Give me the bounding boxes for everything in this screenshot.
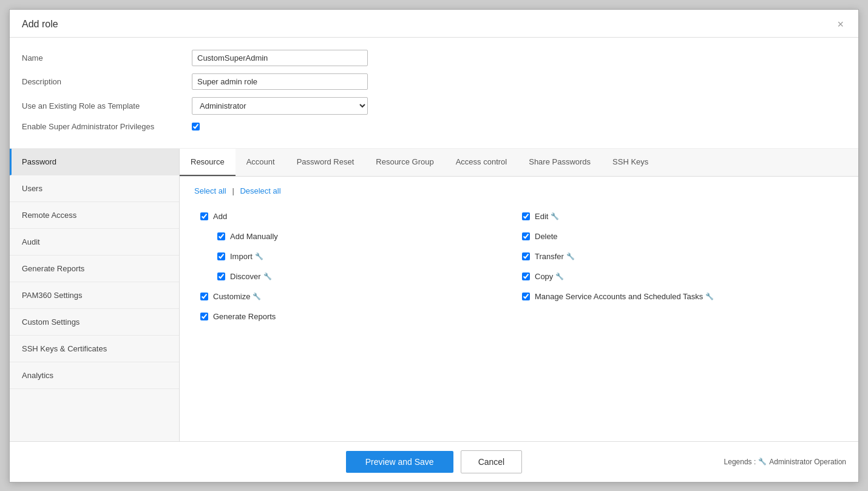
- checkbox-copy[interactable]: [522, 273, 530, 280]
- wrench-icon-transfer: 🔧: [566, 252, 575, 260]
- permissions-area: Select all | Deselect all Add: [180, 177, 858, 441]
- wrench-icon-customize: 🔧: [253, 293, 261, 300]
- wrench-icon-legend: 🔧: [758, 458, 767, 466]
- wrench-icon-copy: 🔧: [555, 273, 564, 280]
- checkbox-transfer[interactable]: [522, 252, 530, 260]
- perm-transfer: Transfer 🔧: [522, 246, 844, 266]
- sidebar-item-audit[interactable]: Audit: [10, 229, 179, 256]
- checkbox-manage-service[interactable]: [522, 293, 530, 300]
- sidebar-item-custom-settings[interactable]: Custom Settings: [10, 309, 179, 336]
- name-row: Name: [22, 50, 846, 66]
- sidebar-item-pam360-settings[interactable]: PAM360 Settings: [10, 282, 179, 309]
- sidebar: Password Users Remote Access Audit Gener…: [10, 149, 180, 441]
- tabs: Resource Account Password Reset Resource…: [180, 149, 858, 177]
- checkbox-import[interactable]: [217, 252, 225, 260]
- form-section: Name Description Use an Existing Role as…: [10, 38, 858, 149]
- description-input[interactable]: [192, 73, 368, 90]
- perm-copy-label: Copy: [535, 272, 553, 281]
- checkbox-add[interactable]: [200, 212, 208, 220]
- sidebar-item-password[interactable]: Password: [10, 149, 179, 175]
- cancel-button[interactable]: Cancel: [461, 450, 523, 473]
- tab-share-passwords[interactable]: Share Passwords: [518, 149, 602, 176]
- perm-edit: Edit 🔧: [522, 206, 844, 226]
- tab-account[interactable]: Account: [236, 149, 286, 176]
- perm-transfer-label: Transfer: [535, 252, 564, 261]
- template-row: Use an Existing Role as Template Adminis…: [22, 97, 846, 115]
- tab-ssh-keys[interactable]: SSH Keys: [602, 149, 659, 176]
- name-input[interactable]: [192, 50, 368, 66]
- right-column: Edit 🔧 Delete: [522, 206, 844, 327]
- checkbox-delete[interactable]: [522, 232, 530, 240]
- perm-import-label: Import: [230, 252, 253, 261]
- name-label: Name: [22, 53, 192, 63]
- perm-manage-service: Manage Service Accounts and Scheduled Ta…: [522, 286, 844, 306]
- perm-discover: Discover 🔧: [200, 266, 522, 286]
- tab-resource[interactable]: Resource: [180, 149, 236, 176]
- perm-customize: Customize 🔧: [200, 286, 522, 306]
- select-all-link[interactable]: Select all: [194, 186, 226, 195]
- perm-manage-service-label: Manage Service Accounts and Scheduled Ta…: [535, 292, 703, 301]
- perm-generate-reports: Generate Reports: [200, 306, 522, 327]
- wrench-icon-edit: 🔧: [551, 212, 559, 220]
- wrench-icon-import: 🔧: [255, 252, 263, 260]
- super-admin-label: Enable Super Administrator Privileges: [22, 122, 192, 131]
- deselect-all-link[interactable]: Deselect all: [240, 186, 280, 195]
- sidebar-item-remote-access[interactable]: Remote Access: [10, 202, 179, 229]
- legends: Legends : 🔧 Administrator Operation: [724, 458, 846, 466]
- wrench-icon-manage-service: 🔧: [705, 293, 714, 300]
- perm-add: Add: [200, 206, 522, 226]
- sidebar-item-ssh-keys-certs[interactable]: SSH Keys & Certificates: [10, 336, 179, 362]
- perm-delete: Delete: [522, 226, 844, 246]
- perm-customize-label: Customize: [213, 292, 250, 301]
- template-select[interactable]: Administrator Read-only Custom: [192, 97, 368, 115]
- perm-import: Import 🔧: [200, 246, 522, 266]
- legends-label: Legends :: [724, 458, 756, 466]
- sidebar-item-generate-reports[interactable]: Generate Reports: [10, 256, 179, 282]
- perm-edit-label: Edit: [535, 212, 548, 221]
- permissions-grid: Add Add Manually Import: [194, 206, 844, 327]
- separator: |: [232, 186, 236, 195]
- close-button[interactable]: ×: [835, 18, 846, 31]
- checkbox-edit[interactable]: [522, 212, 530, 220]
- perm-copy: Copy 🔧: [522, 266, 844, 286]
- wrench-icon-discover: 🔧: [263, 273, 272, 280]
- description-label: Description: [22, 77, 192, 86]
- perm-generate-reports-label: Generate Reports: [213, 312, 276, 321]
- super-admin-checkbox[interactable]: [192, 123, 200, 130]
- main-area: Password Users Remote Access Audit Gener…: [10, 149, 858, 441]
- checkbox-generate-reports[interactable]: [200, 313, 208, 320]
- super-admin-row: Enable Super Administrator Privileges: [22, 122, 846, 131]
- checkbox-customize[interactable]: [200, 293, 208, 300]
- preview-save-button[interactable]: Preview and Save: [346, 451, 453, 473]
- sidebar-item-users[interactable]: Users: [10, 175, 179, 202]
- perm-add-manually: Add Manually: [200, 226, 522, 246]
- select-links: Select all | Deselect all: [194, 186, 844, 195]
- sidebar-item-analytics[interactable]: Analytics: [10, 362, 179, 389]
- content-area: Resource Account Password Reset Resource…: [180, 149, 858, 441]
- add-role-dialog: Add role × Name Description Use an Exist…: [9, 9, 859, 483]
- description-row: Description: [22, 73, 846, 90]
- dialog-footer: Preview and Save Cancel Legends : 🔧 Admi…: [10, 441, 858, 482]
- left-column: Add Add Manually Import: [200, 206, 522, 327]
- dialog-title: Add role: [22, 19, 58, 30]
- tab-password-reset[interactable]: Password Reset: [286, 149, 365, 176]
- perm-add-manually-label: Add Manually: [230, 232, 278, 241]
- template-label: Use an Existing Role as Template: [22, 101, 192, 110]
- admin-op-label: Administrator Operation: [769, 458, 846, 466]
- dialog-header: Add role ×: [10, 10, 858, 38]
- super-admin-checkbox-wrap: [192, 123, 200, 130]
- checkbox-discover[interactable]: [217, 273, 225, 280]
- perm-add-label: Add: [213, 212, 227, 221]
- tab-access-control[interactable]: Access control: [445, 149, 518, 176]
- perm-discover-label: Discover: [230, 272, 261, 281]
- perm-delete-label: Delete: [535, 232, 558, 241]
- tab-resource-group[interactable]: Resource Group: [365, 149, 444, 176]
- checkbox-add-manually[interactable]: [217, 232, 225, 240]
